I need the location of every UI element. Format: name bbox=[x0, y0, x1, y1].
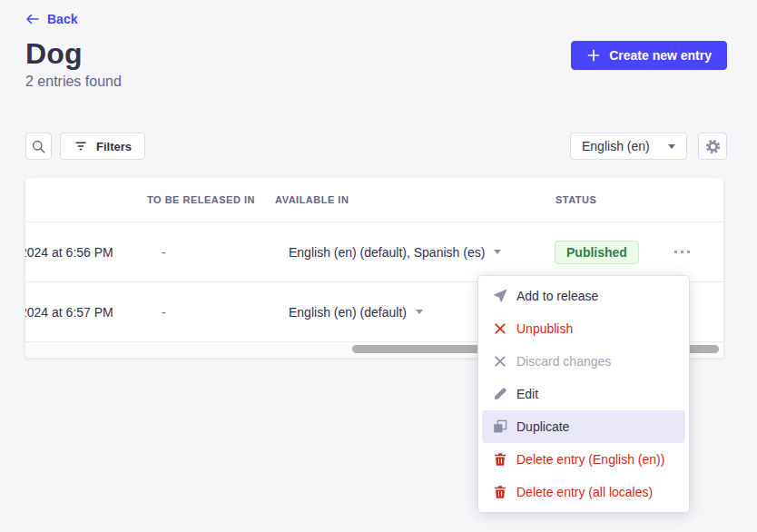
menu-item-label: Discard changes bbox=[516, 354, 611, 369]
filter-icon bbox=[74, 139, 88, 153]
chevron-down-icon bbox=[416, 310, 423, 314]
trash-icon bbox=[493, 485, 507, 499]
cell-to-be-released-in: - bbox=[147, 245, 270, 260]
filters-label: Filters bbox=[96, 140, 132, 153]
menu-item-label: Delete entry (all locales) bbox=[516, 485, 653, 499]
status-badge: Published bbox=[555, 241, 639, 264]
back-link[interactable]: Back bbox=[25, 12, 77, 26]
chevron-down-icon bbox=[668, 144, 675, 149]
pencil-icon bbox=[493, 387, 507, 401]
row-actions-button[interactable] bbox=[669, 245, 723, 259]
menu-item-label: Unpublish bbox=[516, 321, 573, 336]
create-button-label: Create new entry bbox=[609, 48, 712, 63]
menu-item-discard-changes[interactable]: Discard changes bbox=[482, 345, 685, 378]
cross-icon bbox=[493, 354, 507, 369]
cell-updated: 2024 at 6:57 PM bbox=[25, 305, 147, 320]
cell-updated: 2024 at 6:56 PM bbox=[25, 245, 147, 260]
table-row[interactable]: 2024 at 6:56 PM - English (en) (default)… bbox=[25, 222, 723, 282]
col-header-status: STATUS bbox=[547, 194, 661, 205]
table-header-row: TO BE RELEASED IN AVAILABLE IN STATUS bbox=[25, 178, 723, 222]
settings-button[interactable] bbox=[698, 133, 727, 160]
search-icon bbox=[31, 139, 46, 154]
create-new-entry-button[interactable]: Create new entry bbox=[571, 41, 727, 70]
cell-available-in-dropdown[interactable]: English (en) (default), Spanish (es) bbox=[270, 245, 547, 260]
menu-item-label: Add to release bbox=[516, 289, 598, 303]
col-header-available-in: AVAILABLE IN bbox=[270, 194, 547, 205]
paper-plane-icon bbox=[493, 289, 507, 303]
cell-to-be-released-in: - bbox=[147, 305, 270, 320]
available-in-value: English (en) (default), Spanish (es) bbox=[289, 245, 485, 260]
search-button[interactable] bbox=[25, 133, 52, 160]
back-label: Back bbox=[47, 12, 77, 26]
menu-item-add-to-release[interactable]: Add to release bbox=[482, 280, 685, 312]
locale-selected-value: English (en) bbox=[582, 139, 650, 153]
menu-item-unpublish[interactable]: Unpublish bbox=[482, 312, 685, 345]
menu-item-delete-entry-locale[interactable]: Delete entry (English (en)) bbox=[482, 443, 685, 476]
cell-actions bbox=[661, 245, 723, 259]
menu-item-label: Delete entry (English (en)) bbox=[516, 452, 664, 467]
entries-count: 2 entries found bbox=[25, 74, 122, 90]
filters-button[interactable]: Filters bbox=[60, 133, 145, 160]
menu-item-edit[interactable]: Edit bbox=[482, 378, 685, 410]
chevron-down-icon bbox=[494, 250, 501, 254]
page-title: Dog bbox=[25, 37, 83, 71]
cross-icon bbox=[493, 321, 507, 336]
row-actions-menu: Add to release Unpublish Discard changes… bbox=[478, 276, 689, 512]
menu-item-label: Duplicate bbox=[516, 419, 569, 434]
arrow-left-icon bbox=[25, 12, 40, 26]
gear-icon bbox=[705, 139, 721, 154]
cell-status: Published bbox=[547, 241, 661, 264]
trash-icon bbox=[493, 452, 507, 467]
menu-item-duplicate[interactable]: Duplicate bbox=[482, 410, 685, 443]
plus-icon bbox=[586, 48, 601, 63]
locale-select[interactable]: English (en) bbox=[570, 133, 687, 160]
menu-item-label: Edit bbox=[516, 387, 538, 401]
col-header-to-be-released-in: TO BE RELEASED IN bbox=[147, 194, 270, 205]
duplicate-icon bbox=[493, 419, 507, 434]
available-in-value: English (en) (default) bbox=[289, 305, 407, 320]
menu-item-delete-entry-all-locales[interactable]: Delete entry (all locales) bbox=[482, 476, 685, 508]
